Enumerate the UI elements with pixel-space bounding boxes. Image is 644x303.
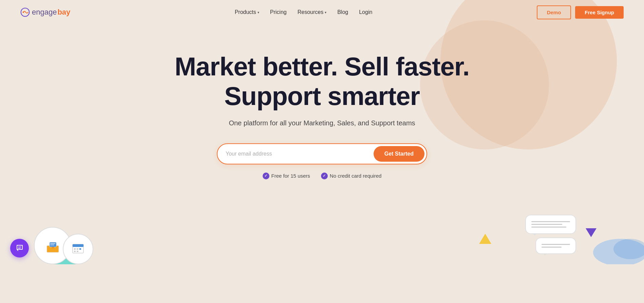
email-input[interactable] [226,151,374,157]
hero-subtitle: One platform for all your Marketing, Sal… [7,119,637,127]
svg-rect-11 [73,244,83,247]
email-form: Get Started [217,143,427,164]
blue-blob-shape [576,227,644,264]
nav-item-login[interactable]: Login [359,9,372,15]
resources-chevron-icon: ▾ [325,11,326,14]
check-icon-2: ✓ [321,173,328,179]
chat-widget-button[interactable] [10,239,29,257]
right-illustration-group [525,215,576,254]
speech-bubble-1 [525,215,576,234]
hero-title-line1: Market better. Sell faster. [175,52,470,81]
logo[interactable]: engagebay [20,7,70,17]
logo-engage-text: engage [32,8,57,17]
speech-line-5 [542,247,562,248]
svg-rect-16 [77,251,78,252]
hero-title-line2: Support smarter [224,82,420,110]
triangle-yellow-decoration [479,234,491,244]
trust-text-1: Free for 15 users [271,173,310,179]
svg-rect-15 [74,251,76,252]
navbar: engagebay Products ▾ Pricing Resources ▾… [0,0,644,24]
svg-rect-14 [79,248,81,250]
logo-bay-text: bay [57,8,70,17]
get-started-button[interactable]: Get Started [374,146,424,162]
nav-pricing-link[interactable]: Pricing [270,9,287,15]
check-icon-1: ✓ [263,173,269,179]
trust-item-free-users: ✓ Free for 15 users [263,173,310,179]
svg-rect-13 [77,248,78,250]
trust-text-2: No credit card required [330,173,382,179]
nav-login-link[interactable]: Login [359,9,372,15]
nav-item-resources[interactable]: Resources ▾ [298,9,326,15]
nav-products-link[interactable]: Products [235,9,256,15]
calendar-icon [71,242,86,256]
speech-line-2 [531,224,562,225]
hero-section: Market better. Sell faster. Support smar… [0,24,644,193]
nav-item-products[interactable]: Products ▾ [235,9,259,15]
speech-bubble-2 [535,237,576,254]
nav-blog-link[interactable]: Blog [337,9,348,15]
illustration-area [0,193,644,264]
svg-rect-12 [74,248,76,250]
logo-icon [20,7,30,17]
hero-title: Market better. Sell faster. Support smar… [7,52,637,111]
products-chevron-icon: ▾ [258,11,259,14]
svg-rect-7 [52,247,54,248]
chat-icon [16,244,24,252]
nav-resources-link[interactable]: Resources [298,9,323,15]
speech-line-3 [531,227,566,228]
svg-point-1 [23,12,24,13]
trust-item-no-card: ✓ No credit card required [321,173,382,179]
svg-rect-6 [50,242,56,247]
illustration-circle-2 [63,234,93,264]
speech-line-1 [531,221,570,222]
free-signup-button[interactable]: Free Signup [575,6,624,19]
nav-item-blog[interactable]: Blog [337,9,348,15]
desk-icon [43,236,62,255]
left-illustration-group [34,227,93,264]
trust-indicators: ✓ Free for 15 users ✓ No credit card req… [7,173,637,179]
speech-line-4 [542,244,570,245]
nav-links: Products ▾ Pricing Resources ▾ Blog Logi… [235,9,373,15]
nav-actions: Demo Free Signup [537,5,624,19]
demo-button[interactable]: Demo [537,5,571,19]
nav-item-pricing[interactable]: Pricing [270,9,287,15]
